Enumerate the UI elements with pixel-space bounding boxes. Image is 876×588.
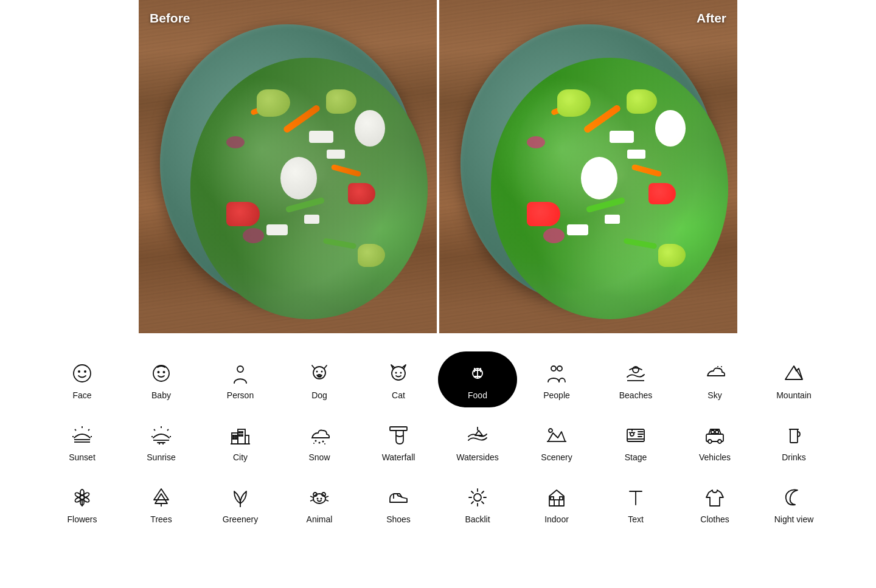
category-mountain[interactable]: Mountain <box>754 351 833 407</box>
category-trees[interactable]: Trees <box>122 476 201 531</box>
text-icon <box>624 485 648 510</box>
cheese-1-after <box>610 131 634 143</box>
svg-line-35 <box>167 429 169 431</box>
category-backlit[interactable]: Backlit <box>438 476 517 531</box>
category-sky[interactable]: Sky <box>675 351 754 407</box>
category-beaches[interactable]: Beaches <box>596 351 675 407</box>
before-plate <box>160 24 415 304</box>
cheese-3 <box>327 150 345 159</box>
category-baby[interactable]: Baby <box>122 351 201 407</box>
egg-2 <box>355 110 385 147</box>
svg-rect-58 <box>390 427 407 431</box>
sunset-icon <box>70 423 94 448</box>
category-stage[interactable]: Stage <box>596 413 675 469</box>
svg-rect-71 <box>715 431 718 434</box>
svg-rect-43 <box>245 435 249 444</box>
svg-point-9 <box>321 371 323 373</box>
svg-point-0 <box>74 365 91 382</box>
svg-point-3 <box>153 365 169 381</box>
food-icon <box>465 361 490 386</box>
onion-1 <box>243 228 264 243</box>
category-row-3: Flowers Trees Greenery <box>36 476 839 531</box>
svg-rect-72 <box>790 429 798 443</box>
salad-fill-after <box>491 58 728 319</box>
svg-rect-62 <box>627 429 644 441</box>
categories-container: Face Baby Person <box>0 333 876 544</box>
trees-icon <box>149 485 173 510</box>
greens-1-after <box>586 196 625 212</box>
category-cat[interactable]: Cat <box>359 351 438 407</box>
carrot-3-after <box>631 164 662 177</box>
category-text[interactable]: Text <box>596 476 675 531</box>
category-person[interactable]: Person <box>201 351 280 407</box>
category-drinks[interactable]: Drinks <box>754 413 833 469</box>
avocado-3 <box>358 244 385 267</box>
avocado-2 <box>326 89 356 114</box>
svg-point-2 <box>84 370 86 373</box>
svg-point-69 <box>718 440 721 443</box>
svg-point-54 <box>319 442 321 444</box>
indoor-icon <box>544 485 569 510</box>
carrot-3 <box>330 164 361 177</box>
beaches-icon <box>624 361 648 386</box>
category-animal[interactable]: Animal <box>280 476 359 531</box>
avocado-1 <box>257 89 290 117</box>
stage-icon <box>624 423 648 448</box>
category-sunset[interactable]: Sunset <box>43 413 122 469</box>
before-panel: Before <box>139 0 437 333</box>
category-shoes[interactable]: Shoes <box>359 476 438 531</box>
tomato-1-after <box>527 202 560 226</box>
svg-rect-70 <box>711 431 714 434</box>
scenery-icon <box>544 423 569 448</box>
sky-icon <box>703 361 727 386</box>
svg-rect-101 <box>554 500 559 506</box>
people-icon <box>544 361 569 386</box>
category-waterfall[interactable]: Waterfall <box>359 413 438 469</box>
category-face[interactable]: Face <box>43 351 122 407</box>
svg-line-27 <box>75 429 76 431</box>
svg-rect-50 <box>239 435 240 436</box>
svg-line-100 <box>471 502 473 503</box>
flowers-icon <box>70 485 94 510</box>
category-watersides[interactable]: Watersides <box>438 413 517 469</box>
category-scenery[interactable]: Scenery <box>517 413 596 469</box>
category-flowers[interactable]: Flowers <box>43 476 122 531</box>
svg-point-22 <box>719 368 720 369</box>
egg-1 <box>280 157 317 199</box>
category-city[interactable]: City <box>201 413 280 469</box>
category-snow[interactable]: Snow <box>280 413 359 469</box>
clothes-icon <box>703 485 727 510</box>
avocado-3-after <box>658 244 686 267</box>
svg-rect-46 <box>233 438 234 439</box>
svg-rect-49 <box>242 432 243 433</box>
after-panel: After <box>439 0 737 333</box>
svg-point-90 <box>317 498 319 500</box>
before-salad <box>190 58 428 319</box>
waterfall-icon <box>386 423 411 448</box>
svg-point-24 <box>717 366 718 367</box>
category-greenery[interactable]: Greenery <box>201 476 280 531</box>
greens-1 <box>285 196 325 212</box>
animal-icon <box>307 485 332 510</box>
svg-point-53 <box>315 440 317 442</box>
svg-line-98 <box>482 502 484 503</box>
svg-rect-44 <box>233 435 234 437</box>
dog-icon <box>307 361 332 386</box>
egg-2-after <box>655 110 686 147</box>
svg-point-91 <box>321 498 322 500</box>
svg-line-97 <box>471 491 473 493</box>
category-clothes[interactable]: Clothes <box>675 476 754 531</box>
snow-icon <box>307 423 332 448</box>
svg-point-12 <box>395 372 397 374</box>
salad-fill <box>190 58 428 319</box>
category-indoor[interactable]: Indoor <box>517 476 596 531</box>
tomato-2-after <box>648 183 676 204</box>
category-food[interactable]: Food <box>438 351 517 407</box>
category-nightview[interactable]: Night view <box>754 476 833 531</box>
svg-rect-103 <box>560 497 563 500</box>
svg-line-99 <box>482 491 484 493</box>
category-vehicles[interactable]: Vehicles <box>675 413 754 469</box>
category-sunrise[interactable]: Sunrise <box>122 413 201 469</box>
category-people[interactable]: People <box>517 351 596 407</box>
category-dog[interactable]: Dog <box>280 351 359 407</box>
